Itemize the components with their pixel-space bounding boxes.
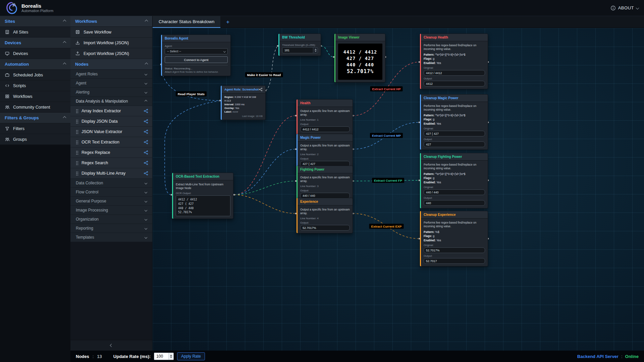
drag-handle-icon[interactable] — [76, 130, 78, 134]
drag-handle-icon[interactable] — [76, 171, 78, 176]
output-field[interactable]: 4412 / 4412 — [300, 126, 350, 132]
category-reporting[interactable]: Reporting — [70, 224, 152, 233]
sidebar-item-community-content[interactable]: Community Content — [0, 102, 70, 113]
add-tab-button[interactable]: + — [220, 16, 235, 28]
original-label: Original: — [424, 127, 485, 130]
share-icon[interactable] — [259, 87, 263, 92]
workflow-canvas[interactable]: Read Player Stats Make it Easier to Read… — [153, 28, 644, 351]
sidebar-section-devices[interactable]: Devices — [0, 38, 70, 48]
import-workflow-button[interactable]: Import Workflow (JSON) — [70, 38, 152, 48]
category-agent-roles[interactable]: Agent Roles — [70, 70, 152, 79]
node-fighting-power[interactable]: Fighting Power Output a specific line fr… — [297, 166, 353, 201]
node-graph-icon[interactable] — [144, 119, 148, 124]
backend-status-badge: Online — [625, 354, 639, 359]
output-field[interactable]: 4412 — [424, 81, 485, 86]
tab-character-status-breakdown[interactable]: Character Status Breakdown — [153, 16, 220, 28]
sidebar-item-groups[interactable]: Groups — [0, 134, 70, 145]
agent-select[interactable]: -- Select -- — [165, 48, 228, 54]
sidebar-item-scripts[interactable]: Scripts — [0, 80, 70, 91]
edge-label-extract-current-mp[interactable]: Extract Current MP — [370, 133, 403, 138]
sidebar-section-automation[interactable]: Automation — [0, 59, 70, 70]
original-field[interactable]: 440 / 440 — [424, 189, 485, 195]
save-workflow-button[interactable]: Save Workflow — [70, 27, 152, 38]
original-field[interactable]: 427 { 427 — [424, 131, 485, 136]
sidebar-item-filters[interactable]: Filters — [0, 123, 70, 134]
output-field[interactable]: 52.7017% — [300, 225, 350, 231]
category-templates[interactable]: Templates — [70, 233, 152, 242]
sidebar-item-devices[interactable]: Devices — [0, 48, 70, 59]
export-workflow-button[interactable]: Export Workflow (JSON) — [70, 48, 152, 59]
drag-handle-icon[interactable] — [76, 140, 78, 144]
node-item-display-json-data[interactable]: Display JSON Data — [70, 116, 152, 127]
output-field[interactable]: 427 — [424, 141, 485, 147]
category-agent[interactable]: Agent — [70, 79, 152, 88]
node-ocr-text-extraction[interactable]: OCR-Based Text Extraction Extract Multi-… — [172, 173, 233, 219]
output-field[interactable]: 52.7017 — [424, 258, 485, 264]
node-graph-icon[interactable] — [144, 129, 148, 134]
node-cleanup-health[interactable]: Cleanup Health Performs live regex-based… — [420, 34, 488, 89]
threshold-input[interactable] — [282, 47, 318, 53]
node-image-viewer[interactable]: Image Viewer 4412 / 4412 427 / 427 440 /… — [334, 34, 385, 82]
node-borealis-agent[interactable]: Borealis Agent Agent: -- Select -- Conne… — [161, 35, 231, 76]
number-spinner[interactable] — [168, 353, 173, 360]
node-item-json-value-extractor[interactable]: JSON Value Extractor — [70, 127, 152, 137]
number-spinner[interactable] — [313, 48, 318, 53]
original-label: Original: — [424, 186, 485, 189]
about-menu[interactable]: ABOUT — [610, 5, 639, 11]
node-magic-power[interactable]: Magic Power Output a specific line from … — [297, 134, 353, 169]
node-agent-role-screenshot[interactable]: Agent Role: Screenshot Region: X:200 Y:4… — [221, 85, 266, 120]
node-cleanup-magic-power[interactable]: Cleanup Magic Power Performs live regex-… — [420, 94, 488, 150]
node-item-label: JSON Value Extractor — [82, 129, 122, 134]
node-item-display-multi-line-array[interactable]: Display Multi-Line Array — [70, 168, 152, 179]
update-rate-field[interactable] — [154, 353, 168, 360]
original-field[interactable]: 4412 / 4412 — [424, 70, 485, 76]
drag-handle-icon[interactable] — [76, 161, 78, 165]
panel-header-nodes[interactable]: Nodes — [70, 59, 152, 70]
node-cleanup-fighting-power[interactable]: Cleanup Fighting Power Performs live reg… — [420, 153, 488, 208]
category-data-analysis[interactable]: Data Analysis & Manipulation — [70, 97, 152, 106]
node-item-regex-replace[interactable]: Regex Replace — [70, 147, 152, 158]
sidebar-section-filters-groups[interactable]: Filters & Groups — [0, 113, 70, 123]
drag-handle-icon[interactable] — [76, 109, 78, 113]
node-bw-threshold[interactable]: BW Threshold Threshold Strength (0–255): — [278, 34, 321, 56]
sidebar-item-all-sites[interactable]: All Sites — [0, 27, 70, 38]
edge-label-extract-current-fp[interactable]: Extract Current FP — [372, 178, 404, 183]
connect-to-agent-button[interactable]: Connect to Agent — [165, 56, 228, 63]
node-title: OCR-Based Text Extraction — [173, 173, 233, 180]
node-experience[interactable]: Experience Output a specific line from a… — [297, 198, 353, 233]
node-graph-icon[interactable] — [144, 150, 148, 155]
edge-label-extract-current-exp[interactable]: Extract Current EXP — [369, 224, 404, 229]
node-item-regex-search[interactable]: Regex Search — [70, 158, 152, 168]
sidebar-section-sites[interactable]: Sites — [0, 16, 70, 27]
node-graph-icon[interactable] — [144, 161, 148, 165]
node-graph-icon[interactable] — [144, 171, 148, 176]
category-flow-control[interactable]: Flow Control — [70, 188, 152, 197]
node-cleanup-experience[interactable]: Cleanup Experience Performs live regex-b… — [420, 211, 488, 266]
node-graph-icon[interactable] — [144, 109, 148, 113]
original-field[interactable]: 52.7017% — [424, 247, 485, 253]
update-rate-input[interactable] — [154, 353, 174, 360]
output-field[interactable]: 440 — [424, 200, 485, 206]
drag-handle-icon[interactable] — [76, 119, 78, 124]
collapse-panel-button[interactable] — [70, 340, 152, 351]
sidebar-item-scheduled-jobs[interactable]: Scheduled Jobs — [0, 70, 70, 80]
edge-label-read-player-stats[interactable]: Read Player Stats — [176, 92, 207, 97]
category-data-collection[interactable]: Data Collection — [70, 179, 152, 188]
ocr-output-field[interactable]: 4412 / 4412 427 { 427 440 / 440 52.7017% — [176, 195, 230, 216]
sidebar-item-workflows[interactable]: Workflows — [0, 91, 70, 102]
node-item-array-index-extractor[interactable]: Array Index Extractor — [70, 106, 152, 116]
apply-rate-button[interactable]: Apply Rate — [177, 352, 205, 360]
enabled-key: Enabled: — [424, 239, 436, 242]
category-image-processing[interactable]: Image Processing — [70, 206, 152, 215]
drag-handle-icon[interactable] — [76, 150, 78, 155]
edge-label-make-it-easier-to-read[interactable]: Make it Easier to Read — [245, 72, 283, 77]
category-alerting[interactable]: Alerting — [70, 88, 152, 97]
edge-label-extract-current-hp[interactable]: Extract Current HP — [370, 86, 403, 92]
node-health[interactable]: Health Output a specific line from an up… — [297, 99, 353, 135]
panel-header-workflows[interactable]: Workflows — [70, 16, 152, 27]
threshold-value-field[interactable] — [282, 48, 313, 53]
category-organization[interactable]: Organization — [70, 215, 152, 224]
node-item-ocr-text-extraction[interactable]: OCR Text Extraction — [70, 137, 152, 147]
node-graph-icon[interactable] — [144, 140, 148, 144]
category-general-purpose[interactable]: General Purpose — [70, 197, 152, 206]
